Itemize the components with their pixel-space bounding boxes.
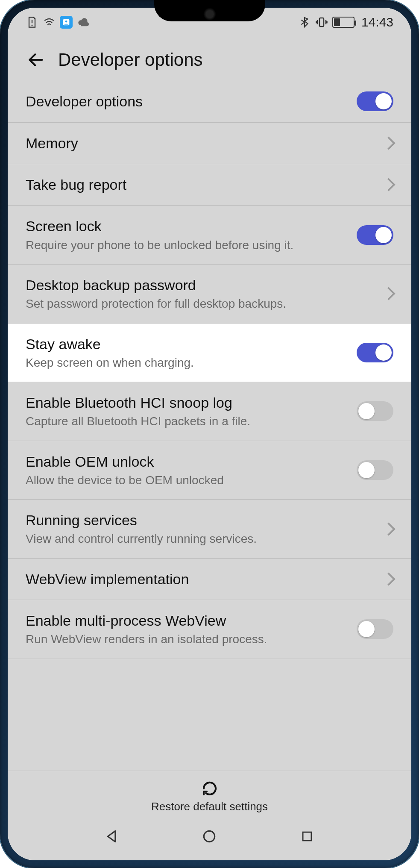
row-subtitle: Run WebView renders in an isolated proce… xyxy=(26,632,346,647)
screen-lock-toggle[interactable] xyxy=(357,225,393,245)
oem-unlock-toggle[interactable] xyxy=(357,460,393,480)
nav-home-button[interactable] xyxy=(200,827,219,846)
restore-default-button[interactable]: Restore default settings xyxy=(8,771,411,818)
row-title: Enable OEM unlock xyxy=(26,452,346,471)
vibrate-icon xyxy=(315,16,328,29)
chevron-right-icon xyxy=(382,287,395,300)
row-title: Running services xyxy=(26,511,374,530)
row-title: Screen lock xyxy=(26,217,346,235)
row-title: Stay awake xyxy=(26,335,346,353)
sim-alert-icon xyxy=(26,16,38,29)
row-text: WebView implementation xyxy=(26,570,384,588)
row-title: Developer options xyxy=(26,92,346,111)
stay-awake-toggle[interactable] xyxy=(357,343,393,362)
row-title: Take bug report xyxy=(26,175,374,194)
setting-row-bug-report[interactable]: Take bug report xyxy=(8,164,411,206)
setting-row-webview-impl[interactable]: WebView implementation xyxy=(8,559,411,600)
row-subtitle: Capture all Bluetooth HCI packets in a f… xyxy=(26,414,346,429)
chevron-right-icon xyxy=(382,137,395,150)
chevron-right-icon xyxy=(382,178,395,191)
setting-row-oem-unlock[interactable]: Enable OEM unlockAllow the device to be … xyxy=(8,441,411,500)
row-title: Enable Bluetooth HCI snoop log xyxy=(26,393,346,412)
status-left xyxy=(26,16,90,29)
row-text: Enable multi-process WebViewRun WebView … xyxy=(26,611,357,647)
phone-frame: 14:43 Developer options Developer option… xyxy=(0,0,419,868)
chevron-right-icon xyxy=(382,522,395,536)
setting-row-multi-webview[interactable]: Enable multi-process WebViewRun WebView … xyxy=(8,600,411,659)
navigation-bar xyxy=(8,818,411,860)
row-text: Developer options xyxy=(26,92,357,111)
setting-row-screen-lock[interactable]: Screen lockRequire your phone to be unlo… xyxy=(8,206,411,265)
bt-hci-toggle[interactable] xyxy=(357,401,393,421)
svg-rect-4 xyxy=(319,18,324,26)
screen: 14:43 Developer options Developer option… xyxy=(8,8,411,860)
row-text: Enable Bluetooth HCI snoop logCapture al… xyxy=(26,393,357,430)
wifi-signal-icon xyxy=(43,16,56,29)
row-text: Desktop backup passwordSet password prot… xyxy=(26,276,384,312)
multi-webview-toggle[interactable] xyxy=(357,619,393,639)
row-text: Running servicesView and control current… xyxy=(26,511,384,547)
svg-point-1 xyxy=(31,24,32,26)
app-notification-icon xyxy=(60,16,73,29)
row-subtitle: View and control currently running servi… xyxy=(26,531,374,547)
row-subtitle: Set password protection for full desktop… xyxy=(26,296,374,312)
setting-row-desktop-backup[interactable]: Desktop backup passwordSet password prot… xyxy=(8,265,411,324)
setting-row-memory[interactable]: Memory xyxy=(8,123,411,164)
row-subtitle: Require your phone to be unlocked before… xyxy=(26,238,346,253)
status-time: 14:43 xyxy=(361,15,393,29)
setting-row-running-services[interactable]: Running servicesView and control current… xyxy=(8,500,411,559)
row-subtitle: Keep screen on when charging. xyxy=(26,355,346,371)
nav-recent-button[interactable] xyxy=(298,827,316,846)
setting-row-stay-awake[interactable]: Stay awakeKeep screen on when charging. xyxy=(8,324,411,383)
row-text: Enable OEM unlockAllow the device to be … xyxy=(26,452,357,488)
row-text: Stay awakeKeep screen on when charging. xyxy=(26,335,357,371)
row-subtitle: Allow the device to be OEM unlocked xyxy=(26,473,346,488)
page-title: Developer options xyxy=(58,50,203,70)
chevron-right-icon xyxy=(382,572,395,586)
row-text: Take bug report xyxy=(26,175,384,194)
battery-icon xyxy=(332,17,355,28)
cloud-icon xyxy=(77,16,90,29)
settings-list[interactable]: Developer optionsMemoryTake bug reportSc… xyxy=(8,80,411,771)
restore-label: Restore default settings xyxy=(151,800,268,813)
bluetooth-icon xyxy=(298,16,311,29)
restore-icon xyxy=(201,780,219,797)
status-right: 14:43 xyxy=(298,15,393,29)
row-text: Screen lockRequire your phone to be unlo… xyxy=(26,217,357,253)
setting-row-dev-options[interactable]: Developer options xyxy=(8,80,411,123)
nav-back-button[interactable] xyxy=(103,827,121,846)
setting-row-bt-hci[interactable]: Enable Bluetooth HCI snoop logCapture al… xyxy=(8,382,411,441)
status-bar: 14:43 xyxy=(8,8,411,37)
row-title: Enable multi-process WebView xyxy=(26,611,346,630)
back-button[interactable] xyxy=(26,50,46,70)
svg-point-3 xyxy=(65,21,67,23)
dev-options-toggle[interactable] xyxy=(357,91,393,111)
svg-rect-6 xyxy=(303,832,311,841)
svg-point-5 xyxy=(204,831,215,842)
row-title: Desktop backup password xyxy=(26,276,374,294)
row-text: Memory xyxy=(26,134,384,153)
row-title: WebView implementation xyxy=(26,570,374,588)
row-title: Memory xyxy=(26,134,374,153)
header: Developer options xyxy=(8,37,411,80)
